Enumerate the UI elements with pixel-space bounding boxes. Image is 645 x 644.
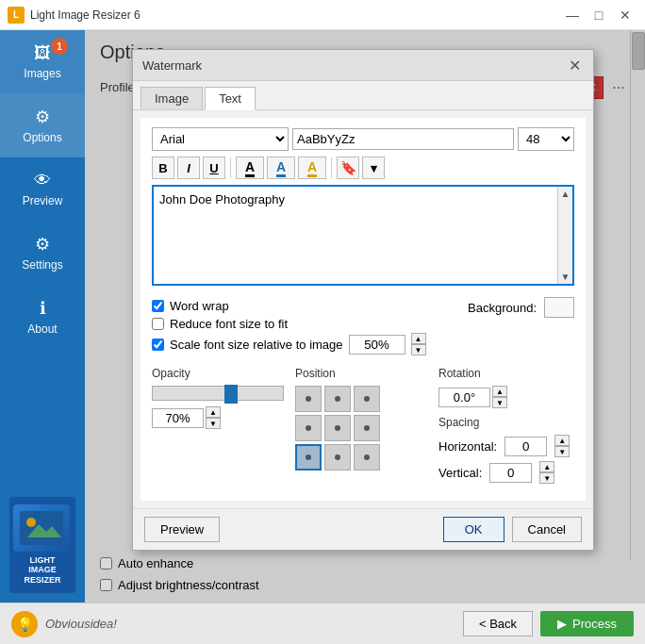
process-button[interactable]: ▶ Process [540, 611, 634, 636]
stamp-dropdown-button[interactable]: ▾ [362, 157, 385, 179]
font-select[interactable]: Arial [152, 127, 289, 151]
minimize-button[interactable]: — [560, 6, 585, 25]
pos-cell-1[interactable] [324, 386, 351, 412]
italic-button[interactable]: I [177, 157, 200, 179]
opacity-up-button[interactable]: ▲ [206, 406, 221, 418]
tab-text[interactable]: Text [205, 87, 256, 110]
back-button[interactable]: < Back [463, 611, 533, 636]
logo-image [13, 504, 70, 552]
opacity-value-input[interactable] [152, 408, 204, 428]
scale-value-input[interactable] [349, 335, 405, 355]
brand-name: Obviousidea! [45, 617, 117, 631]
rotation-down-button[interactable]: ▼ [492, 397, 507, 408]
app-title: Light Image Resizer 6 [30, 8, 560, 22]
main-layout: 🖼 Images 1 ⚙ Options 👁 Preview ⚙ Setting… [0, 30, 645, 603]
position-title: Position [295, 367, 431, 380]
reduce-font-row: Reduce font size to fit [152, 315, 426, 333]
app-window: L Light Image Resizer 6 — □ ✕ 🖼 Images 1… [0, 0, 645, 644]
text-color-black-button[interactable]: A [236, 157, 264, 179]
sidebar-item-options[interactable]: ⚙ Options [0, 93, 85, 157]
sidebar-label-settings: Settings [22, 258, 62, 272]
footer-buttons: < Back ▶ Process [463, 611, 634, 636]
word-wrap-checkbox[interactable] [152, 300, 164, 312]
horizontal-down-button[interactable]: ▼ [554, 446, 570, 457]
opacity-slider-track[interactable] [152, 386, 284, 401]
reduce-font-label: Reduce font size to fit [170, 317, 288, 331]
svg-point-2 [26, 518, 36, 527]
spacing-title: Spacing [438, 416, 574, 429]
rotation-value-input[interactable] [438, 388, 490, 407]
dialog-actions: OK Cancel [443, 517, 582, 542]
scale-down-button[interactable]: ▼ [411, 344, 426, 355]
opacity-slider-thumb[interactable] [224, 385, 238, 404]
scale-font-checkbox[interactable] [152, 339, 164, 351]
preview-icon: 👁 [34, 171, 51, 190]
window-controls: — □ ✕ [560, 6, 637, 25]
format-divider-2 [331, 157, 332, 178]
vertical-down-button[interactable]: ▼ [539, 472, 554, 484]
underline-button[interactable]: U [203, 157, 225, 179]
font-preview-input[interactable] [292, 128, 514, 150]
word-wrap-row: Word wrap [152, 297, 426, 315]
logo-text: LIGHT IMAGE RESIZER [13, 555, 72, 586]
ok-button[interactable]: OK [443, 517, 504, 542]
vertical-up-button[interactable]: ▲ [539, 461, 554, 472]
about-icon: ℹ [40, 298, 46, 319]
opacity-spinner-row: ▲ ▼ [152, 406, 288, 429]
text-color-yellow-button[interactable]: A [298, 157, 326, 179]
vertical-spacing-row: Vertical: ▲ ▼ [438, 461, 574, 484]
pos-cell-0[interactable] [295, 386, 322, 412]
opacity-down-button[interactable]: ▼ [206, 418, 221, 429]
text-color-blue-button[interactable]: A [267, 157, 295, 179]
opacity-column: Opacity ▲ ▼ [152, 367, 288, 487]
format-row: B I U A A A [152, 157, 574, 179]
sidebar-item-settings[interactable]: ⚙ Settings [0, 221, 85, 285]
dialog-overlay: Watermark ✕ Image Text Arial [85, 30, 645, 603]
sidebar: 🖼 Images 1 ⚙ Options 👁 Preview ⚙ Setting… [0, 30, 85, 603]
vertical-input[interactable] [489, 463, 532, 483]
scroll-up-icon[interactable]: ▲ [561, 189, 571, 199]
pos-cell-4[interactable] [324, 415, 351, 441]
stamp-button[interactable]: 🔖 [337, 157, 359, 179]
watermark-textarea[interactable] [154, 187, 572, 281]
pos-cell-8[interactable] [354, 444, 380, 471]
bold-button[interactable]: B [152, 157, 174, 179]
sidebar-label-options: Options [23, 131, 61, 144]
vertical-spinner: ▲ ▼ [539, 461, 554, 484]
horizontal-label: Horizontal: [438, 439, 497, 454]
maximize-button[interactable]: □ [587, 6, 611, 25]
background-swatch[interactable] [544, 297, 574, 318]
tab-image[interactable]: Image [141, 87, 203, 109]
font-size-select[interactable]: 48 [518, 127, 574, 151]
app-icon: L [8, 7, 25, 24]
horizontal-up-button[interactable]: ▲ [554, 435, 570, 446]
brand-icon: 💡 [11, 611, 38, 637]
rotation-column: Rotation ▲ ▼ Spacing [438, 367, 574, 487]
close-button[interactable]: ✕ [613, 6, 637, 25]
preview-button[interactable]: Preview [144, 517, 220, 542]
scale-up-button[interactable]: ▲ [411, 333, 426, 344]
scroll-down-icon[interactable]: ▼ [561, 272, 571, 282]
cancel-button[interactable]: Cancel [512, 517, 582, 542]
dialog-close-button[interactable]: ✕ [565, 56, 584, 74]
pos-cell-6[interactable] [295, 444, 322, 471]
pos-cell-2[interactable] [354, 386, 380, 412]
rotation-up-button[interactable]: ▲ [492, 386, 507, 397]
bottom-area: Opacity ▲ ▼ [152, 359, 574, 491]
format-divider-1 [230, 157, 231, 178]
sidebar-label-preview: Preview [23, 194, 63, 207]
reduce-font-checkbox[interactable] [152, 318, 164, 330]
brand-area: 💡 Obviousidea! [11, 611, 117, 637]
pos-cell-7[interactable] [324, 444, 351, 471]
vertical-label: Vertical: [438, 466, 482, 480]
pos-cell-5[interactable] [354, 415, 380, 441]
opacity-spinner: ▲ ▼ [206, 406, 221, 429]
sidebar-item-images[interactable]: 🖼 Images 1 [0, 30, 85, 93]
sidebar-item-preview[interactable]: 👁 Preview [0, 157, 85, 221]
sidebar-item-about[interactable]: ℹ About [0, 285, 85, 349]
position-column: Position [295, 367, 431, 487]
textarea-scrollbar[interactable]: ▲ ▼ [557, 187, 572, 284]
horizontal-input[interactable] [504, 437, 547, 456]
background-row: Background: [468, 293, 574, 322]
pos-cell-3[interactable] [295, 415, 322, 441]
